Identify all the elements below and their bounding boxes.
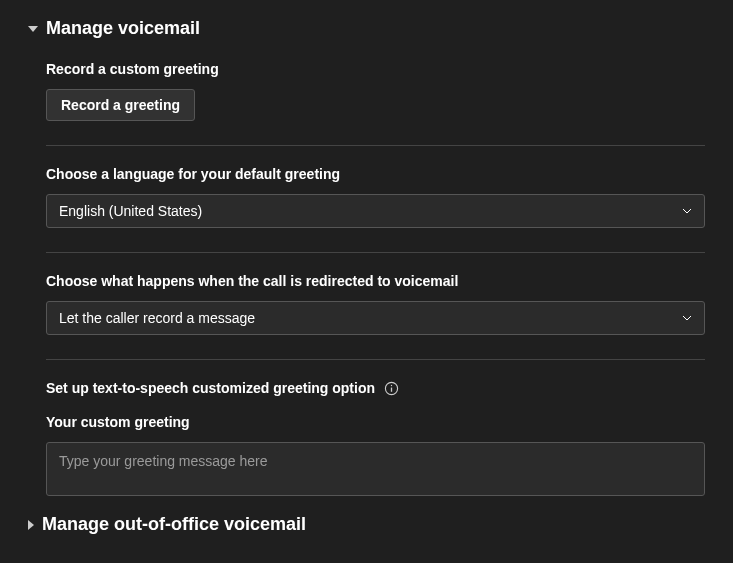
tts-label: Set up text-to-speech customized greetin… — [46, 380, 375, 396]
record-greeting-label: Record a custom greeting — [46, 61, 705, 77]
tts-label-row: Set up text-to-speech customized greetin… — [46, 380, 705, 396]
divider — [46, 145, 705, 146]
tts-sublabel: Your custom greeting — [46, 414, 705, 430]
caret-right-icon — [28, 520, 34, 530]
redirect-select-wrap: Let the caller record a message — [46, 301, 705, 335]
tts-block: Set up text-to-speech customized greetin… — [46, 380, 705, 500]
divider — [46, 359, 705, 360]
section-title: Manage out-of-office voicemail — [42, 514, 306, 535]
svg-point-2 — [390, 384, 391, 385]
section-header-ooo[interactable]: Manage out-of-office voicemail — [28, 514, 705, 535]
redirect-select[interactable]: Let the caller record a message — [46, 301, 705, 335]
record-greeting-block: Record a custom greeting Record a greeti… — [46, 61, 705, 121]
language-select-wrap: English (United States) — [46, 194, 705, 228]
custom-greeting-input[interactable] — [46, 442, 705, 496]
language-select[interactable]: English (United States) — [46, 194, 705, 228]
section-header-voicemail[interactable]: Manage voicemail — [28, 18, 705, 39]
voicemail-content: Record a custom greeting Record a greeti… — [28, 61, 705, 500]
info-icon[interactable] — [383, 380, 399, 396]
redirect-block: Choose what happens when the call is red… — [46, 273, 705, 335]
section-title: Manage voicemail — [46, 18, 200, 39]
caret-down-icon — [28, 26, 38, 32]
redirect-label: Choose what happens when the call is red… — [46, 273, 705, 289]
record-greeting-button[interactable]: Record a greeting — [46, 89, 195, 121]
language-label: Choose a language for your default greet… — [46, 166, 705, 182]
language-block: Choose a language for your default greet… — [46, 166, 705, 228]
divider — [46, 252, 705, 253]
